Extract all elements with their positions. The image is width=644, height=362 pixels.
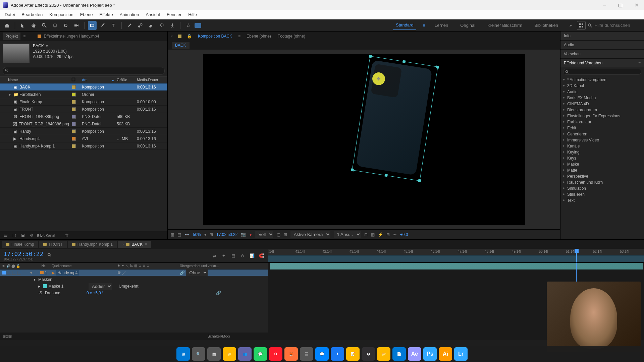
help-search-input[interactable] — [594, 23, 641, 28]
switches-modes-toggle[interactable]: Schalter/Modi — [208, 334, 230, 338]
selection-tool[interactable] — [18, 21, 27, 30]
eraser-tool[interactable] — [147, 21, 155, 30]
help-search[interactable] — [588, 23, 641, 28]
bit-depth-label[interactable]: 8-Bit-Kanal — [37, 233, 55, 237]
camera-select[interactable]: Aktive Kamera — [290, 231, 330, 238]
exposure-reset-icon[interactable]: ☀ — [393, 232, 397, 237]
tl-frame-blend-icon[interactable]: ▤ — [229, 252, 237, 259]
project-item[interactable]: 🖼FRONT_1840886.png PNG-Datei 596 KB — [0, 113, 167, 120]
minimize-button[interactable]: ─ — [600, 2, 609, 8]
mask-mode-select[interactable]: Addiere… — [89, 283, 112, 290]
parent-select[interactable]: Ohne — [186, 269, 208, 276]
timeline-tab[interactable]: Finale Komp — [2, 241, 38, 248]
effect-category[interactable]: Einstellungen für Expressions — [562, 113, 642, 119]
effect-category[interactable]: Matte — [562, 167, 642, 173]
views-select[interactable]: 1 Ansi... — [334, 231, 361, 238]
effect-category[interactable]: * Animationsvorgaben — [562, 77, 642, 83]
clone-tool[interactable] — [136, 21, 145, 30]
rotation-tool[interactable] — [61, 21, 70, 30]
camera-tool[interactable] — [72, 21, 81, 30]
comp-time[interactable]: 17:02:50:22 — [216, 232, 237, 237]
region-icon[interactable]: ▢ — [277, 232, 280, 237]
snapshot-icon[interactable]: 📷 — [241, 232, 246, 237]
trash-icon[interactable]: 🗑 — [64, 232, 70, 239]
interpret-footage-icon[interactable]: ▤ — [2, 232, 9, 239]
taskbar-lr[interactable]: Lr — [454, 347, 468, 361]
home-tool[interactable] — [3, 21, 11, 30]
effect-category[interactable]: Dienstprogramm — [562, 107, 642, 113]
taskbar-notepad[interactable]: 📄 — [392, 347, 406, 361]
taskbar-app1[interactable]: ☰ — [300, 347, 313, 361]
timeline-playhead[interactable] — [576, 249, 577, 262]
effect-category[interactable]: Perspektive — [562, 173, 642, 179]
audio-panel-header[interactable]: Audio — [560, 41, 644, 49]
taskbar-win[interactable]: ⊞ — [176, 347, 190, 361]
puppet-tool[interactable] — [168, 21, 177, 30]
timeline-tab[interactable]: ×BACK ≡ — [118, 241, 151, 248]
taskbar-ai[interactable]: Ai — [439, 347, 452, 361]
effect-category[interactable]: Keys — [562, 155, 642, 161]
menu-bearbeiten[interactable]: Bearbeiten — [18, 11, 46, 18]
comp-tab[interactable]: Ebene (ohne) — [246, 33, 272, 40]
transparency-grid-icon[interactable]: ▤ — [177, 232, 181, 237]
effect-category[interactable]: Generieren — [562, 131, 642, 137]
rotation-value[interactable]: 0 x +5,9 ° — [87, 291, 104, 295]
taskbar-teams[interactable]: 👥 — [238, 347, 252, 361]
effect-category[interactable]: Rauschen und Korn — [562, 179, 642, 185]
menu-animation[interactable]: Animation — [116, 11, 143, 18]
taskbar-obs[interactable]: ⊙ — [362, 347, 375, 361]
mask-row[interactable]: ▸ Maske 1 Addiere… Umgekehrt — [0, 283, 268, 290]
menu-hilfe[interactable]: Hilfe — [185, 11, 200, 18]
comp-tab[interactable]: Komposition BACK — [197, 33, 233, 40]
effect-category[interactable]: Kanäle — [562, 143, 642, 149]
roto-tool[interactable] — [157, 21, 166, 30]
effect-category[interactable]: CINEMA 4D — [562, 101, 642, 107]
orbit-tool[interactable] — [51, 21, 59, 30]
tl-comp-icon[interactable]: ✦ — [220, 252, 227, 259]
workspace-bibliotheken[interactable]: Bibliotheken — [532, 21, 561, 30]
view-icon-2[interactable]: ▦ — [371, 232, 375, 237]
rectangle-tool[interactable] — [88, 21, 97, 30]
col-header-type[interactable]: Art — [80, 78, 111, 82]
fill-color[interactable] — [195, 23, 201, 28]
tl-shy-icon[interactable]: ⇄ — [211, 252, 218, 259]
col-header-duration[interactable]: Media-Dauer — [136, 78, 166, 82]
project-tab[interactable]: Projekt — [3, 33, 20, 40]
close-button[interactable]: ✕ — [632, 2, 641, 8]
composition-viewer[interactable] — [168, 50, 560, 229]
taskbar-explorer[interactable]: 📁 — [223, 347, 236, 361]
alpha-toggle-icon[interactable]: ▦ — [170, 232, 174, 237]
project-item[interactable]: ▣FRONT Komposition 0:00:13:16 — [0, 106, 167, 113]
workspace-more[interactable]: » — [566, 21, 575, 30]
resolution-icon[interactable]: ⊞ — [210, 232, 213, 237]
new-folder-icon[interactable]: ▢ — [11, 232, 17, 239]
project-item[interactable]: ▶Handy.mp4 AVI … MB 0:00:13:16 — [0, 135, 167, 142]
workspace-original[interactable]: Original — [458, 21, 478, 30]
project-search-input[interactable] — [3, 67, 165, 75]
taskbar-opera[interactable]: O — [269, 347, 282, 361]
resolution-select[interactable]: Voll — [255, 231, 273, 238]
masks-group[interactable]: ▾ Masken — [0, 276, 268, 283]
selection-box[interactable] — [352, 56, 438, 181]
toggle-brainstorm-icon[interactable]: ⊟ — [9, 334, 12, 339]
tl-graph-icon[interactable]: 📊 — [248, 252, 256, 259]
snap-toggle[interactable]: ☆ — [184, 21, 193, 30]
effect-category[interactable]: Stilisieren — [562, 191, 642, 197]
workspace-standard[interactable]: Standard — [393, 20, 416, 30]
taskbar-facebook[interactable]: f — [331, 347, 344, 361]
menu-ansicht[interactable]: Ansicht — [142, 11, 163, 18]
project-item[interactable]: ▣Handy Komposition 0:00:13:16 — [0, 128, 167, 135]
col-header-size[interactable]: Größe — [115, 78, 136, 82]
comp-breadcrumb[interactable]: BACK — [172, 42, 190, 49]
taskbar-whatsapp[interactable]: 💬 — [254, 347, 267, 361]
workspace-lernen[interactable]: Lernen — [432, 21, 451, 30]
project-settings-icon[interactable]: ⚙ — [28, 232, 35, 239]
pen-tool[interactable] — [99, 21, 107, 30]
layer-bar[interactable] — [270, 263, 643, 269]
fast-preview-icon[interactable]: ⚡ — [378, 232, 383, 237]
workspace-grid-icon[interactable] — [577, 21, 586, 30]
project-item[interactable]: ▣Finale Komp Komposition 0:00:10:00 — [0, 98, 167, 106]
project-item[interactable]: ▣Handy.mp4 Komp 1 Komposition 0:00:13:16 — [0, 142, 167, 150]
info-panel-header[interactable]: Info — [560, 32, 644, 40]
mask-toggle-icon[interactable]: 👓 — [184, 232, 190, 237]
